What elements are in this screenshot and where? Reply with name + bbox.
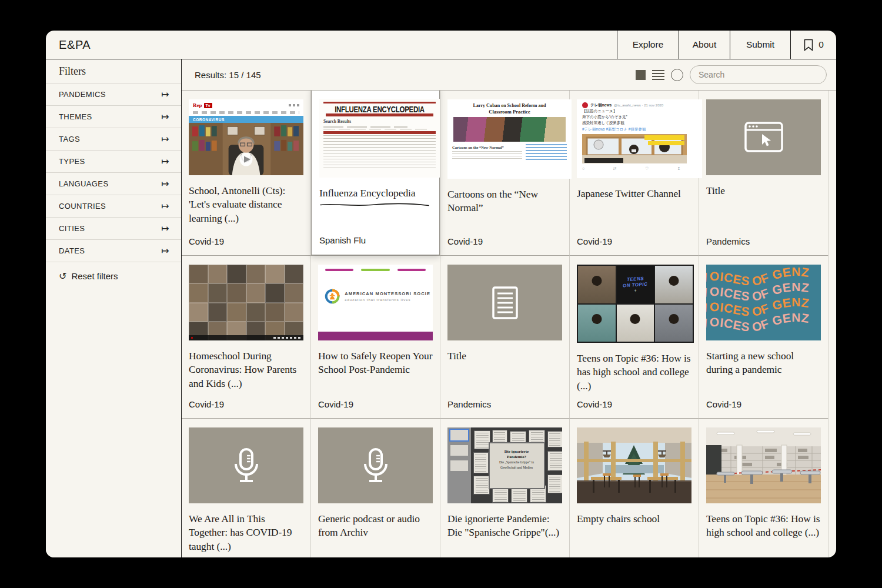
filter-cities[interactable]: CITIES ↦ xyxy=(46,218,181,240)
card-tag: Covid-19 xyxy=(189,236,224,246)
card-tag: Covid-19 xyxy=(318,399,353,409)
result-cell: Title Pandemics xyxy=(699,91,828,256)
main-area: Filters PANDEMICS ↦ THEMES ↦ TAGS ↦ TYPE… xyxy=(46,59,836,557)
filter-tags[interactable]: TAGS ↦ xyxy=(46,128,181,151)
card-title: Title xyxy=(447,349,562,363)
maps-to-arrow-icon: ↦ xyxy=(161,179,169,189)
card-we-are-all-in-this-together[interactable]: We Are All in This Together: has COVID-1… xyxy=(182,419,310,557)
book-spines-photo xyxy=(453,117,566,142)
slide-accent xyxy=(397,269,426,271)
reptv-logo: Rep xyxy=(193,102,202,108)
card-thumbnail: Die ignorierte Pandemie? Die „Spanische … xyxy=(447,427,562,503)
result-cell-selected: INFLUENZA ENCYCLOPEDIA Search Results In… xyxy=(311,91,440,256)
filter-label: TYPES xyxy=(59,157,85,166)
results-toolbar: Results: 15 / 145 xyxy=(182,59,836,91)
list-view-icon[interactable] xyxy=(652,70,664,80)
filter-pandemics[interactable]: PANDEMICS ↦ xyxy=(46,83,181,106)
account-name: テレ朝news xyxy=(590,103,612,108)
card-empty-chairs-school[interactable]: Empty chairs school xyxy=(570,419,699,557)
nav-submit[interactable]: Submit xyxy=(730,31,790,59)
card-thumbnail xyxy=(706,427,821,503)
tweet-actions: ○⇄♡↥ xyxy=(582,166,681,171)
card-die-ignorierte-pandemie[interactable]: Die ignorierte Pandemie? Die „Spanische … xyxy=(440,419,569,557)
card-thumbnail: TEENS ON TOPIC + xyxy=(577,265,694,343)
card-starting-new-school[interactable]: VOICES OF GENZ VOICES OF GENZ VOICES OF … xyxy=(699,256,828,418)
nav-explore[interactable]: Explore xyxy=(617,31,679,59)
video-controls-bar xyxy=(189,335,303,340)
filters-sidebar: Filters PANDEMICS ↦ THEMES ↦ TAGS ↦ TYPE… xyxy=(46,59,182,557)
filter-languages[interactable]: LANGUAGES ↦ xyxy=(46,173,181,195)
card-teens-on-topic-36-b[interactable]: Teens on Topic #36: How is high school a… xyxy=(699,419,828,557)
card-tag: Pandemics xyxy=(447,399,491,409)
tweet-photo xyxy=(582,134,687,163)
search-input[interactable] xyxy=(690,65,827,84)
card-school-antonelli[interactable]: Rep Tv CORONAVIRUS xyxy=(182,91,310,255)
card-tag: Covid-19 xyxy=(577,399,612,409)
document-icon xyxy=(490,286,520,320)
teens-on-topic-title-tile: TEENS ON TOPIC + xyxy=(617,266,654,303)
filter-label: PANDEMICS xyxy=(59,90,106,99)
site-nav-strip xyxy=(193,111,299,114)
blog-headline: Classroom Practice xyxy=(452,109,567,115)
account-handle: @tv_asahi_news · 21 nov 2020 xyxy=(614,103,663,107)
card-untitled-link[interactable]: Title Pandemics xyxy=(699,91,828,255)
card-generic-podcast[interactable]: Generic podcast or audio from Archiv xyxy=(311,419,440,557)
microphone-icon xyxy=(225,447,268,484)
slide-accent xyxy=(325,269,354,271)
filter-themes[interactable]: THEMES ↦ xyxy=(46,106,181,128)
card-title: Starting a new school during a pandemic xyxy=(706,349,821,377)
filter-dates[interactable]: DATES ↦ xyxy=(46,240,181,262)
maps-to-arrow-icon: ↦ xyxy=(161,135,169,144)
bookmark-icon xyxy=(803,39,814,51)
slide-footer-bar xyxy=(318,332,433,340)
results-grid: Rep Tv CORONAVIRUS xyxy=(182,91,836,557)
card-title: We Are All in This Together: has COVID-1… xyxy=(189,512,303,553)
card-title: Homeschool During Coronavirus: How Paren… xyxy=(189,349,303,390)
card-homeschool[interactable]: Homeschool During Coronavirus: How Paren… xyxy=(182,256,310,418)
filter-countries[interactable]: COUNTRIES ↦ xyxy=(46,195,181,218)
card-title: Generic podcast or audio from Archiv xyxy=(318,512,433,540)
card-untitled-document[interactable]: Title Pandemics xyxy=(440,256,569,418)
card-thumbnail: VOICES OF GENZ VOICES OF GENZ VOICES OF … xyxy=(706,265,821,340)
card-tag: Pandemics xyxy=(706,236,750,246)
result-cell: Die ignorierte Pandemie? Die „Spanische … xyxy=(440,419,570,557)
card-title: How to Safely Reopen Your School Post-Pa… xyxy=(318,349,433,377)
result-cell: Rep Tv CORONAVIRUS xyxy=(182,91,311,256)
card-title: Influenza Encyclopedia xyxy=(319,186,432,200)
hand-drawn-underline xyxy=(319,202,430,208)
coronavirus-banner: CORONAVIRUS xyxy=(189,116,303,123)
card-tag: Covid-19 xyxy=(577,236,612,246)
video-still xyxy=(189,123,303,175)
result-cell: VOICES OF GENZ VOICES OF GENZ VOICES OF … xyxy=(699,256,828,419)
microphone-icon xyxy=(355,447,397,484)
card-japanese-twitter[interactable]: テレ朝news @tv_asahi_news · 21 nov 2020 【話題… xyxy=(570,91,699,255)
filters-title: Filters xyxy=(46,59,181,83)
brand-logo[interactable]: E&PA xyxy=(46,31,617,59)
nav-about[interactable]: About xyxy=(679,31,730,59)
social-icons xyxy=(289,104,299,106)
result-cell: TEENS ON TOPIC + Teens on Topic #36: How… xyxy=(570,256,699,419)
maps-to-arrow-icon: ↦ xyxy=(161,157,169,166)
site-nav-bar xyxy=(326,113,433,116)
card-title: Cartoons on the “New Normal” xyxy=(447,188,562,215)
result-cell: Teens on Topic #36: How is high school a… xyxy=(699,419,828,557)
card-cartoons-new-normal[interactable]: Larry Cuban on School Reform and Classro… xyxy=(440,91,569,255)
card-tag: Covid-19 xyxy=(189,399,224,409)
filter-types[interactable]: TYPES ↦ xyxy=(46,151,181,173)
filter-label: TAGS xyxy=(59,135,80,143)
card-influenza-encyclopedia[interactable]: INFLUENZA ENCYCLOPEDIA Search Results In… xyxy=(311,91,440,255)
filter-label: CITIES xyxy=(59,224,85,233)
card-thumbnail xyxy=(189,265,303,340)
card-thumbnail: AMERICAN MONTESSORI SOCIE education that… xyxy=(318,265,433,340)
map-view-icon[interactable] xyxy=(671,69,683,81)
influenza-masthead: INFLUENZA ENCYCLOPEDIA xyxy=(323,105,436,113)
reset-filters-button[interactable]: ↺ Reset filters xyxy=(46,270,181,282)
table-rows xyxy=(323,135,436,168)
card-title: School, Antonelli (Cts): 'Let's evaluate… xyxy=(189,184,303,225)
card-teens-on-topic-36[interactable]: TEENS ON TOPIC + Teens on Topic #36: How… xyxy=(570,256,699,418)
bookmarks-button[interactable]: 0 xyxy=(790,31,836,59)
grid-view-icon[interactable] xyxy=(636,70,646,80)
blog-headline: Larry Cuban on School Reform and xyxy=(452,103,567,108)
card-reopen-school[interactable]: AMERICAN MONTESSORI SOCIE education that… xyxy=(311,256,440,418)
results-count: Results: 15 / 145 xyxy=(195,70,261,80)
